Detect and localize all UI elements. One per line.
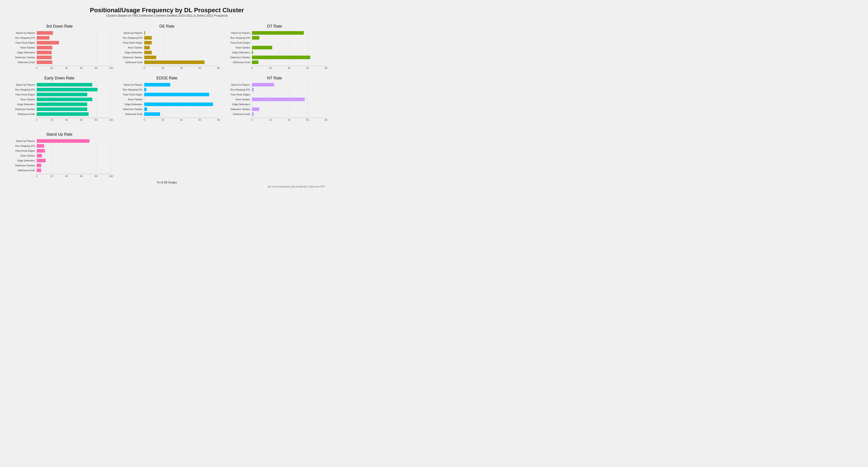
bar-row: Nose Tackles [115,45,218,50]
bar-label: Defensive Ends [115,61,144,64]
chart-stand-up: Stand Up Rate Stand Up PlayersRun Stoppi… [7,130,112,179]
x-tick: 40 [287,67,290,69]
bar-label: Edge Defenders [115,51,144,54]
bar-row: Defensive Tackles [8,107,111,112]
bar [37,98,92,101]
x-tick: 60 [80,175,83,177]
bar-label: Defensive Ends [8,169,37,172]
bar-chart-stand-up: Stand Up PlayersRun Stopping DTsPass Rus… [8,138,111,178]
chart-dt-rate: DT Rate Stand Up PlayersRun Stopping DTs… [222,22,327,71]
bar [144,83,170,87]
x-tick: 100 [109,119,113,121]
bar-label: Edge Defenders [8,103,37,106]
x-tick: 40 [287,119,290,121]
bar [37,93,87,96]
bar-label: Stand Up Players [8,32,37,34]
bar-row: Defensive Ends [8,60,111,65]
bar [37,159,45,162]
x-tick: 80 [325,119,328,121]
bar-label: Pass Rush Edges [223,93,252,96]
x-tick: 40 [180,67,183,69]
x-tick: 100 [109,175,113,177]
bar-label: Defensive Ends [8,61,37,64]
bar-row: Defensive Tackles [223,55,326,60]
bar-label: Defensive Tackles [115,108,144,110]
x-tick: 60 [198,67,201,69]
bar [252,98,305,101]
bar [37,41,59,44]
bar-label: Stand Up Players [115,32,144,34]
bar [37,46,52,49]
chart-de-rate: DE Rate Stand Up PlayersRun Stopping DTs… [114,22,219,71]
bar-chart-dt-rate: Stand Up PlayersRun Stopping DTsPass Rus… [223,30,326,70]
bar-label: Edge Defenders [223,51,252,54]
bar-row: Defensive Tackles [115,55,218,60]
x-tick: 40 [180,119,183,121]
bar [144,36,152,40]
bar-row: Pass Rush Edges [115,92,218,97]
bar-label: Pass Rush Edges [8,149,37,152]
bar-row: Edge Defenders [115,50,218,55]
chart-third-down: 3rd Down Rate Stand Up PlayersRun Stoppi… [7,22,112,71]
bar-row: Run Stopping DTs [115,87,218,92]
bar [37,83,92,87]
bar-label: Defensive Tackles [223,108,252,110]
bar-label: Pass Rush Edges [8,41,37,44]
bar-label: Edge Defenders [115,103,144,106]
bar [144,112,160,116]
bar-row: Pass Rush Edges [115,40,218,45]
chart-nt-rate: NT Rate Stand Up PlayersRun Stopping DTs… [222,74,327,123]
bar-row: Edge Defenders [8,102,111,107]
bar [252,112,254,116]
bar-label: Run Stopping DTs [8,36,37,39]
bar-label: Nose Tackles [8,46,37,49]
bar-chart-early-down: Stand Up PlayersRun Stopping DTsPass Rus… [8,82,111,122]
chart-title-early-down: Early Down Rate [8,76,111,80]
bar [37,112,89,116]
x-tick: 20 [269,119,272,121]
bar [252,61,258,64]
page-subtitle: Clusters Based on FBS Defensive Linemen … [4,14,330,18]
bar-row: Defensive Ends [223,60,326,65]
bar [252,56,310,59]
bar [144,88,146,91]
attribution: By Conor McQuiston @ConorMcQ5 | Data fro… [4,185,330,188]
x-axis-label: % of All Snaps [4,180,330,184]
bar-row: Run Stopping DTs [223,35,326,40]
bar-label: Pass Rush Edges [115,93,144,96]
x-tick: 0 [251,67,253,69]
bar-label: Edge Defenders [223,103,252,106]
bar-row: Pass Rush Edges [8,92,111,97]
bar [37,31,53,35]
x-tick: 0 [36,67,37,69]
bar-row: Edge Defenders [8,50,111,55]
x-tick: 80 [217,119,220,121]
bar [252,51,253,54]
bar [37,107,87,111]
bar-row: Stand Up Players [8,138,111,143]
bar-row: Defensive Ends [115,60,218,65]
chart-early-down: Early Down Rate Stand Up PlayersRun Stop… [7,74,112,123]
bar [37,149,45,153]
bar-row: Pass Rush Edges [8,148,111,153]
bar-row: Run Stopping DTs [8,35,111,40]
x-tick: 40 [65,175,68,177]
bar [252,31,304,35]
bar-row: Nose Tackles [8,97,111,102]
bar-label: Defensive Tackles [115,56,144,59]
x-tick: 60 [198,119,201,121]
bar [252,107,259,111]
x-tick: 80 [95,119,97,121]
bar-row: Edge Defenders [115,102,218,107]
bar-label: Nose Tackles [223,46,252,49]
x-tick: 0 [144,67,145,69]
bar-label: Nose Tackles [115,98,144,101]
bar-row: Edge Defenders [223,50,326,55]
bar-row: Defensive Tackles [115,107,218,112]
bar-row: Edge Defenders [8,158,111,163]
bar-row: Nose Tackles [8,45,111,50]
bar-label: Defensive Tackles [8,164,37,167]
bar [144,107,147,111]
bar-row: Defensive Tackles [8,55,111,60]
bar-row: Nose Tackles [115,97,218,102]
